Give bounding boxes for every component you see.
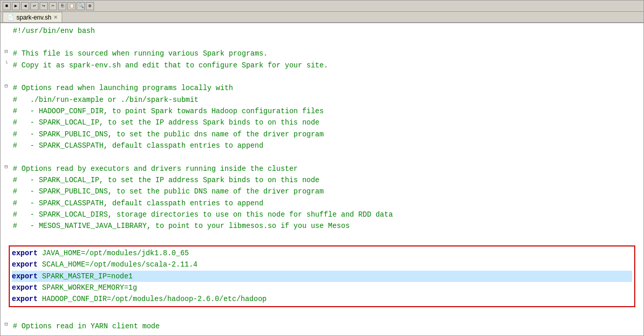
fold-icon-16 (5, 220, 11, 228)
line-1: ⊟ # This file is sourced when running va… (5, 48, 639, 59)
fold-icon-13 (5, 186, 11, 194)
line-7: # - SPARK_LOCAL_IP, to set the IP addres… (5, 117, 639, 128)
export-java-home: export JAVA_HOME=/opt/modules/jdk1.8.0_6… (12, 247, 632, 259)
toolbar-btn-5[interactable]: ↪ (40, 2, 48, 10)
toolbar-btn-8[interactable]: 📋 (67, 2, 76, 10)
keyword-export-4: export (12, 284, 38, 292)
export-spark-worker-memory-content: export SPARK_WORKER_MEMORY=1g (12, 282, 632, 293)
line-5: # ./bin/run-example or ./bin/spark-submi… (5, 94, 639, 105)
line-22: ⊟ # Options read in YARN client mode (5, 321, 639, 332)
shebang-line: #!/usr/bin/env bash (5, 25, 639, 37)
tab-bar: 📄 spark-env.sh ✕ (1, 12, 643, 23)
content-14: # - SPARK_CLASSPATH, default classpath e… (13, 198, 639, 209)
export-java-home-content: export JAVA_HOME=/opt/modules/jdk1.8.0_6… (12, 247, 632, 259)
blank-line-1 (5, 37, 639, 48)
fold-icon-5 (5, 94, 11, 102)
toolbar-btn-9[interactable]: 🔍 (77, 2, 85, 10)
line-6: # - HADOOP_CONF_DIR, to point Spark towa… (5, 105, 639, 117)
tab-close-icon[interactable]: ✕ (53, 14, 58, 20)
export-spark-worker-memory: export SPARK_WORKER_MEMORY=1g (12, 282, 632, 293)
content-22: # Options read in YARN client mode (13, 321, 639, 332)
content-12: # - SPARK_LOCAL_IP, to set the IP addres… (13, 174, 639, 186)
val-spark-master-ip: SPARK_MASTER_IP=node1 (38, 272, 133, 280)
gutter-11: ⊟ (5, 163, 13, 171)
gutter-2: └ (5, 60, 13, 68)
keyword-export-1: export (12, 249, 38, 257)
line-4: ⊟ # Options read when launching programs… (5, 82, 639, 94)
toolbar-btn-7[interactable]: ⎘ (58, 2, 66, 10)
blank-line-4 (5, 232, 639, 243)
fold-icon-1[interactable]: ⊟ (5, 48, 11, 56)
gutter-14 (5, 198, 13, 206)
fold-icon-4[interactable]: ⊟ (5, 82, 11, 91)
export-hadoop-conf-dir-content: export HADOOP_CONF_DIR=/opt/modules/hado… (12, 293, 632, 305)
blank-line-2 (5, 71, 639, 82)
keyword-export-3: export (12, 272, 38, 280)
export-scala-home-content: export SCALA_HOME=/opt/modules/scala-2.1… (12, 259, 632, 270)
fold-icon-2: └ (5, 60, 11, 68)
gutter-13 (5, 186, 13, 194)
line-12: # - SPARK_LOCAL_IP, to set the IP addres… (5, 174, 639, 186)
export-spark-master-ip[interactable]: export SPARK_MASTER_IP=node1 (12, 271, 632, 282)
toolbar-btn-10[interactable]: ⚙ (86, 2, 94, 10)
gutter-12 (5, 174, 13, 183)
fold-icon-7 (5, 117, 11, 125)
val-scala-home: SCALA_HOME=/opt/modules/scala-2.11.4 (38, 260, 197, 269)
blank-line-5 (5, 309, 639, 321)
content-6: # - HADOOP_CONF_DIR, to point Spark towa… (13, 105, 639, 117)
content-16: # - MESOS_NATIVE_JAVA_LIBRARY, to point … (13, 220, 639, 232)
fold-icon-22[interactable]: ⊟ (5, 321, 11, 329)
window-frame: ■ ▶ ◀ ↩ ↪ ✂ ⎘ 📋 🔍 ⚙ 📄 spark-env.sh ✕ #!/… (0, 0, 644, 336)
fold-icon-12 (5, 174, 11, 183)
export-spark-master-ip-content: export SPARK_MASTER_IP=node1 (12, 271, 632, 282)
export-scala-home: export SCALA_HOME=/opt/modules/scala-2.1… (12, 259, 632, 270)
line-14: # - SPARK_CLASSPATH, default classpath e… (5, 198, 639, 209)
gutter-9 (5, 140, 13, 148)
file-tab[interactable]: 📄 spark-env.sh ✕ (3, 12, 62, 22)
gutter-1: ⊟ (5, 48, 13, 56)
shebang-content: #!/usr/bin/env bash (13, 25, 639, 37)
gutter-7 (5, 117, 13, 125)
toolbar-icons: ■ ▶ ◀ ↩ ↪ ✂ ⎘ 📋 🔍 ⚙ (3, 2, 94, 10)
editor-area[interactable]: #!/usr/bin/env bash ⊟ # This file is sou… (1, 23, 643, 335)
line-gutter-shebang (5, 25, 13, 36)
line-8: # - SPARK_PUBLIC_DNS, to set the public … (5, 129, 639, 140)
content-11: # Options read by executors and drivers … (13, 163, 639, 174)
toolbar-btn-6[interactable]: ✂ (49, 2, 57, 10)
keyword-export-2: export (12, 260, 38, 269)
val-spark-worker-memory: SPARK_WORKER_MEMORY=1g (38, 284, 137, 292)
line-15: # - SPARK_LOCAL_DIRS, storage directorie… (5, 209, 639, 220)
toolbar-btn-2[interactable]: ▶ (12, 2, 20, 10)
content-8: # - SPARK_PUBLIC_DNS, to set the public … (13, 129, 639, 140)
val-hadoop-conf-dir: HADOOP_CONF_DIR=/opt/modules/hadoop-2.6.… (38, 295, 266, 303)
toolbar: ■ ▶ ◀ ↩ ↪ ✂ ⎘ 📋 🔍 ⚙ (1, 1, 643, 12)
content-5: # ./bin/run-example or ./bin/spark-submi… (13, 94, 639, 105)
toolbar-btn-3[interactable]: ◀ (21, 2, 29, 10)
content-9: # - SPARK_CLASSPATH, default classpath e… (13, 140, 639, 151)
gutter-16 (5, 220, 13, 228)
toolbar-btn-1[interactable]: ■ (3, 2, 11, 10)
fold-icon-15 (5, 209, 11, 217)
line-11: ⊟ # Options read by executors and driver… (5, 163, 639, 174)
gutter-22: ⊟ (5, 321, 13, 329)
gutter-4: ⊟ (5, 82, 13, 91)
highlighted-section: export JAVA_HOME=/opt/modules/jdk1.8.0_6… (9, 245, 635, 307)
gutter-8 (5, 129, 13, 137)
gutter-15 (5, 209, 13, 217)
gutter-6 (5, 105, 13, 114)
fold-icon-14 (5, 198, 11, 206)
val-java-home: JAVA_HOME=/opt/modules/jdk1.8.0_65 (38, 249, 189, 257)
line-2: └ # Copy it as spark-env.sh and edit tha… (5, 60, 639, 71)
content-7: # - SPARK_LOCAL_IP, to set the IP addres… (13, 117, 639, 128)
fold-icon-9 (5, 140, 11, 148)
gutter-5 (5, 94, 13, 102)
content-15: # - SPARK_LOCAL_DIRS, storage directorie… (13, 209, 639, 220)
fold-icon-11[interactable]: ⊟ (5, 163, 11, 171)
export-hadoop-conf-dir: export HADOOP_CONF_DIR=/opt/modules/hado… (12, 293, 632, 305)
content-1: # This file is sourced when running vari… (13, 48, 639, 59)
tab-icon: 📄 (7, 14, 14, 21)
toolbar-btn-4[interactable]: ↩ (30, 2, 39, 10)
tab-label: spark-env.sh (16, 14, 51, 21)
line-9: # - SPARK_CLASSPATH, default classpath e… (5, 140, 639, 151)
blank-line-3 (5, 152, 639, 163)
